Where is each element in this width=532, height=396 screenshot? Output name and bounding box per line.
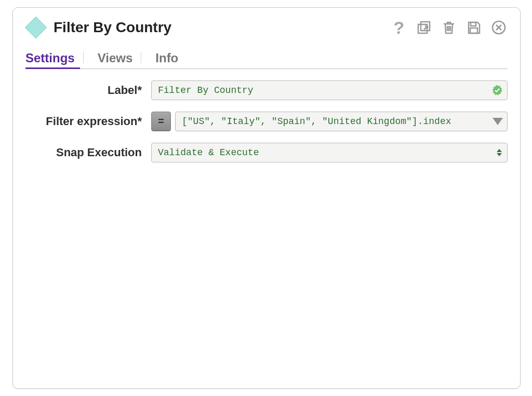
tab-settings[interactable]: Settings <box>25 51 86 69</box>
filter-expression-value: ["US", "Italy", "Spain", "United Kingdom… <box>182 116 451 127</box>
validated-icon <box>491 85 503 96</box>
svg-rect-2 <box>471 22 476 26</box>
help-icon[interactable]: ? <box>390 19 408 36</box>
snap-execution-row: Snap Execution Validate & Execute <box>25 143 508 162</box>
popout-icon[interactable] <box>415 19 433 36</box>
tab-bar: Settings Views Info <box>25 49 508 69</box>
dropdown-icon[interactable] <box>493 118 503 125</box>
label-input[interactable]: Filter By Country <box>151 80 508 100</box>
expression-toggle-button[interactable]: = <box>151 112 171 131</box>
snap-execution-value: Validate & Execute <box>158 147 259 158</box>
svg-rect-3 <box>470 28 477 33</box>
snap-settings-dialog: Filter By Country ? <box>12 7 521 389</box>
dialog-title: Filter By Country <box>54 19 383 36</box>
filter-expression-row: Filter expression* = ["US", "Italy", "Sp… <box>25 112 508 131</box>
label-field-label: Label* <box>25 80 151 98</box>
settings-form: Label* Filter By Country Filter expressi… <box>25 80 508 174</box>
label-row: Label* Filter By Country <box>25 80 508 100</box>
tab-views[interactable]: Views <box>88 51 144 69</box>
label-input-value: Filter By Country <box>158 85 254 95</box>
save-icon[interactable] <box>465 19 483 36</box>
filter-expression-input[interactable]: ["US", "Italy", "Spain", "United Kingdom… <box>175 112 508 131</box>
close-icon[interactable] <box>490 19 508 36</box>
dialog-header: Filter By Country ? <box>25 17 508 38</box>
dialog-toolbar: ? <box>390 19 508 36</box>
trash-icon[interactable] <box>440 19 458 36</box>
filter-expression-label: Filter expression* <box>25 112 151 129</box>
snap-execution-label: Snap Execution <box>25 143 151 160</box>
select-stepper-icon <box>497 149 502 156</box>
snap-type-icon <box>25 17 46 38</box>
tab-info[interactable]: Info <box>146 51 190 69</box>
snap-execution-select[interactable]: Validate & Execute <box>151 143 508 162</box>
